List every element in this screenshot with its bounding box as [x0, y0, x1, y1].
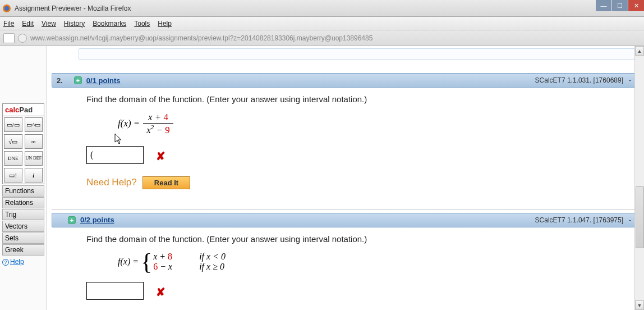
- expand-icon[interactable]: +: [68, 216, 76, 224]
- calcpad-cat-functions[interactable]: Functions: [2, 185, 44, 197]
- previous-question-stub: [79, 48, 636, 60]
- question-divider: [52, 203, 636, 209]
- points-link[interactable]: 0/1 points: [86, 76, 121, 85]
- expand-icon[interactable]: +: [74, 76, 82, 84]
- menu-bookmarks[interactable]: Bookmarks: [93, 20, 126, 28]
- question-number: 2.: [57, 76, 63, 85]
- question-header-next: + 0/2 points SCalcET7 1.1.047. [1763975]…: [52, 213, 636, 227]
- menu-help[interactable]: Help: [158, 20, 172, 28]
- window-title: Assignment Previewer - Mozilla Firefox: [15, 4, 642, 12]
- window-controls: — ☐ ✕: [596, 0, 644, 11]
- calcpad-help[interactable]: ?Help: [0, 256, 47, 267]
- need-help-label: Need Help?: [86, 177, 137, 188]
- menu-file[interactable]: File: [3, 20, 14, 28]
- need-help-row: Need Help? Read It: [86, 176, 636, 189]
- tab-icon[interactable]: [3, 33, 15, 43]
- question-header-2: 2. + 0/1 points SCalcET7 1.1.031. [17606…: [52, 73, 636, 88]
- menu-edit[interactable]: Edit: [22, 20, 34, 28]
- calcpad-cat-relations[interactable]: Relations: [2, 197, 44, 208]
- calcpad-cat-greek[interactable]: Greek: [2, 244, 44, 256]
- calcpad-cat-vectors[interactable]: Vectors: [2, 221, 44, 232]
- vertical-scrollbar[interactable]: ▲ ▼: [634, 46, 644, 310]
- menu-history[interactable]: History: [64, 20, 85, 28]
- url-text[interactable]: www.webassign.net/v4cgij.mayberry@uop/as…: [30, 34, 372, 42]
- calcpad-infinity-button[interactable]: ∞: [25, 134, 43, 149]
- equation: f(x) = x + 4 x2 − 9: [118, 112, 636, 136]
- points-link[interactable]: 0/2 points: [80, 216, 114, 224]
- window-root: Assignment Previewer - Mozilla Firefox —…: [0, 0, 644, 310]
- calcpad-undef-button[interactable]: UN DEF: [25, 151, 43, 166]
- calcpad-exponent-button[interactable]: ▭^▭: [25, 117, 43, 132]
- question-body-next: Find the domain of the function. (Enter …: [52, 227, 636, 310]
- scroll-down-button[interactable]: ▼: [635, 300, 644, 310]
- question-body-2: Find the domain of the function. (Enter …: [52, 88, 636, 199]
- calcpad-factorial-button[interactable]: ▭!: [4, 168, 22, 183]
- wrong-icon: ✘: [156, 149, 165, 163]
- scroll-thumb[interactable]: [636, 186, 644, 248]
- firefox-icon: [2, 4, 11, 13]
- question-reference: SCalcET7 1.1.047. [1763975] -: [535, 216, 631, 224]
- calcpad-sqrt-button[interactable]: √▭: [4, 134, 22, 149]
- maximize-button[interactable]: ☐: [612, 0, 628, 11]
- svg-point-1: [4, 6, 9, 11]
- calcpad-dne-button[interactable]: DNE: [4, 151, 22, 166]
- address-bar: www.webassign.net/v4cgij.mayberry@uop/as…: [0, 30, 644, 46]
- scroll-up-button[interactable]: ▲: [635, 46, 644, 56]
- equation-piecewise: f(x) = { x + 8if x < 0 6 − xif x ≥ 0: [118, 252, 636, 272]
- close-button[interactable]: ✕: [628, 0, 644, 11]
- menu-view[interactable]: View: [42, 20, 56, 28]
- calcpad-cat-sets[interactable]: Sets: [2, 233, 44, 244]
- question-reference: SCalcET7 1.1.031. [1760689] -: [535, 76, 631, 84]
- minimize-button[interactable]: —: [596, 0, 611, 11]
- read-it-button[interactable]: Read It: [142, 176, 190, 189]
- calcpad-title: calcPad: [3, 104, 44, 116]
- globe-icon: [18, 34, 27, 43]
- menu-tools[interactable]: Tools: [134, 20, 150, 28]
- calcpad-cat-trig[interactable]: Trig: [2, 209, 44, 220]
- calcpad-i-button[interactable]: i: [25, 168, 43, 183]
- titlebar: Assignment Previewer - Mozilla Firefox: [0, 0, 644, 17]
- content-area: calcPad ▭/▭ ▭^▭ √▭ ∞ DNE UN DEF ▭! i: [0, 46, 644, 310]
- calcpad-panel: calcPad ▭/▭ ▭^▭ √▭ ∞ DNE UN DEF ▭! i: [2, 103, 44, 184]
- calcpad-sidebar: calcPad ▭/▭ ▭^▭ √▭ ∞ DNE UN DEF ▭! i: [0, 46, 47, 310]
- question-prompt: Find the domain of the function. (Enter …: [86, 234, 636, 244]
- menubar: File Edit View History Bookmarks Tools H…: [0, 17, 644, 30]
- calcpad-fraction-button[interactable]: ▭/▭: [4, 117, 22, 132]
- main-panel: 2. + 0/1 points SCalcET7 1.1.031. [17606…: [47, 46, 644, 310]
- wrong-icon: ✘: [156, 285, 165, 299]
- question-prompt: Find the domain of the function. (Enter …: [86, 94, 636, 104]
- answer-input[interactable]: [86, 282, 144, 300]
- help-icon: ?: [2, 259, 9, 266]
- answer-input[interactable]: (: [86, 146, 144, 164]
